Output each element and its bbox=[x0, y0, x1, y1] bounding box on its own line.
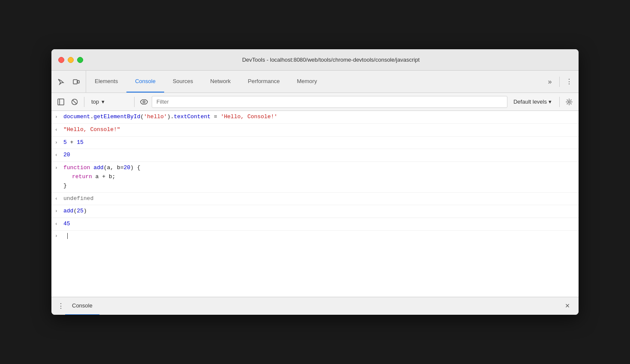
console-entry: › function add(a, b=20) { return a + b; … bbox=[51, 162, 579, 192]
drawer-console-tab[interactable]: Console bbox=[65, 297, 99, 315]
filter-input[interactable] bbox=[152, 96, 507, 108]
entry-content: 5 + 15 bbox=[63, 138, 575, 147]
entry-arrow-input: › bbox=[55, 164, 60, 172]
toolbar-divider-2 bbox=[134, 97, 135, 107]
svg-rect-2 bbox=[58, 99, 64, 105]
entry-content: document.getElementById('hello').textCon… bbox=[63, 113, 575, 122]
drawer-close-button[interactable]: × bbox=[561, 300, 573, 312]
tab-memory[interactable]: Memory bbox=[288, 71, 326, 92]
console-entry: › document.getElementById('hello').textC… bbox=[51, 111, 579, 124]
entry-arrow-input: › bbox=[55, 208, 60, 215]
entry-arrow-input: › bbox=[55, 233, 60, 239]
svg-line-5 bbox=[73, 100, 77, 104]
entry-arrow-output: ‹ bbox=[55, 195, 60, 203]
devtools-window: DevTools - localhost:8080/web/tools/chro… bbox=[51, 49, 579, 315]
clear-console-button[interactable] bbox=[69, 96, 81, 108]
toolbar-divider-1 bbox=[84, 97, 84, 107]
settings-button[interactable] bbox=[563, 96, 575, 108]
console-entry: ‹ 20 bbox=[51, 149, 579, 162]
svg-rect-1 bbox=[78, 81, 79, 83]
traffic-lights bbox=[58, 57, 83, 63]
entry-arrow-output: ‹ bbox=[55, 152, 60, 159]
devtools-menu-button[interactable]: ⋮ bbox=[563, 76, 575, 88]
drawer-menu-button[interactable]: ⋮ bbox=[57, 302, 65, 310]
svg-point-7 bbox=[143, 101, 145, 103]
svg-point-6 bbox=[141, 99, 147, 104]
sidebar-toggle-button[interactable] bbox=[55, 96, 67, 108]
tab-icon-group bbox=[51, 71, 86, 92]
tabs-list: Elements Console Sources Network Perform… bbox=[86, 71, 540, 92]
entry-content: "Hello, Console!" bbox=[63, 125, 575, 134]
svg-rect-0 bbox=[73, 80, 77, 84]
device-mode-icon[interactable] bbox=[70, 76, 82, 88]
bottom-drawer: ⋮ Console × bbox=[51, 297, 579, 315]
console-entry: › 5 + 15 bbox=[51, 137, 579, 149]
close-button[interactable] bbox=[58, 57, 64, 63]
entry-content: 20 bbox=[63, 151, 575, 160]
console-entry: › add(25) bbox=[51, 205, 579, 218]
entry-content: function add(a, b=20) { return a + b; } bbox=[63, 164, 575, 190]
entry-content: undefined bbox=[63, 194, 575, 203]
default-levels-button[interactable]: Default levels ▾ bbox=[509, 96, 556, 108]
console-input-line[interactable]: › bbox=[51, 231, 579, 241]
cursor bbox=[67, 233, 68, 239]
tabs-bar: Elements Console Sources Network Perform… bbox=[51, 71, 579, 93]
context-selector[interactable]: top ▾ bbox=[88, 96, 131, 108]
tab-performance[interactable]: Performance bbox=[239, 71, 288, 92]
tab-network[interactable]: Network bbox=[202, 71, 240, 92]
inspect-icon[interactable] bbox=[55, 76, 67, 88]
console-entry: ‹ 45 bbox=[51, 218, 579, 231]
entry-arrow-output: ‹ bbox=[55, 221, 60, 228]
toolbar-divider-3 bbox=[559, 97, 560, 107]
live-expressions-button[interactable] bbox=[138, 96, 150, 108]
entry-content: 45 bbox=[63, 220, 575, 229]
tab-console[interactable]: Console bbox=[126, 71, 164, 92]
console-output[interactable]: › document.getElementById('hello').textC… bbox=[51, 111, 579, 297]
entry-arrow-output: ‹ bbox=[55, 126, 60, 134]
console-input-cursor[interactable] bbox=[67, 233, 68, 239]
entry-arrow-input: › bbox=[55, 139, 60, 147]
title-bar: DevTools - localhost:8080/web/tools/chro… bbox=[51, 49, 579, 71]
tabs-end: » ⋮ bbox=[540, 71, 579, 92]
window-title: DevTools - localhost:8080/web/tools/chro… bbox=[90, 57, 572, 63]
minimize-button[interactable] bbox=[68, 57, 74, 63]
console-toolbar: top ▾ Default levels ▾ bbox=[51, 93, 579, 111]
tab-sources[interactable]: Sources bbox=[164, 71, 202, 92]
tab-elements[interactable]: Elements bbox=[86, 71, 126, 92]
entry-content: add(25) bbox=[63, 207, 575, 216]
svg-point-8 bbox=[568, 101, 570, 103]
console-entry: ‹ "Hello, Console!" bbox=[51, 124, 579, 137]
entry-arrow-input: › bbox=[55, 113, 60, 121]
console-entry: ‹ undefined bbox=[51, 193, 579, 206]
more-tabs-button[interactable]: » bbox=[544, 76, 556, 88]
maximize-button[interactable] bbox=[77, 57, 83, 63]
divider bbox=[559, 77, 560, 87]
